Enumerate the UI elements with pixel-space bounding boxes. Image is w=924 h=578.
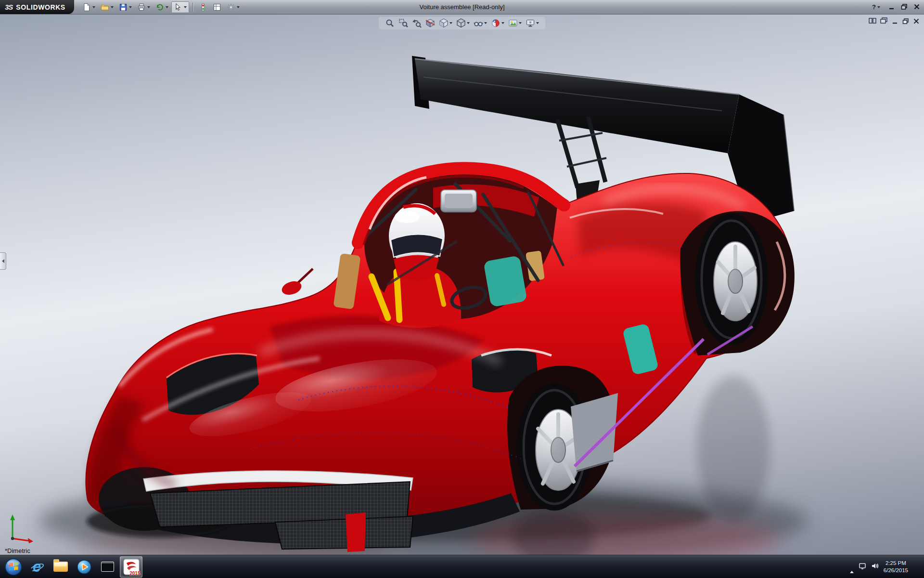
dropdown-caret-icon[interactable] [467, 22, 470, 24]
window-tile-button[interactable] [869, 17, 876, 26]
close-icon [913, 4, 920, 10]
dropdown-caret-icon[interactable] [877, 6, 880, 8]
help-glyph: ? [872, 3, 876, 11]
restore-button[interactable] [901, 3, 908, 12]
close-document-button[interactable] [913, 17, 920, 26]
edit-appearance-ball-icon [491, 18, 500, 28]
dropdown-caret-icon[interactable] [536, 22, 539, 24]
solidworks-version-badge: 2015 [129, 571, 140, 576]
view-orientation-label: *Dimetric [5, 547, 30, 554]
window-cascade-button[interactable] [880, 17, 888, 26]
volume-button[interactable] [871, 562, 879, 572]
explorer-taskbar-button[interactable] [49, 556, 72, 578]
options-button[interactable] [224, 1, 242, 13]
minimize-button[interactable] [888, 3, 895, 12]
display-style-button[interactable] [455, 18, 471, 28]
minimize-icon [888, 4, 895, 10]
dassault-logo-icon: 3S [5, 3, 13, 11]
hide-show-glasses-icon [474, 18, 483, 28]
brand-text: SOLIDWORKS [16, 3, 65, 11]
console-taskbar-button[interactable] [96, 556, 119, 578]
new-document-button[interactable] [80, 1, 98, 13]
minimize-document-icon [892, 18, 898, 24]
file-properties-button[interactable] [210, 1, 224, 13]
chevron-up-icon [850, 563, 854, 573]
headsup-toolbar [379, 17, 545, 29]
dropdown-caret-icon[interactable] [111, 6, 114, 8]
select-button[interactable] [171, 1, 189, 13]
select-cursor-icon [174, 3, 182, 12]
previous-view-button[interactable] [411, 18, 423, 28]
toolbar-separator [192, 2, 193, 12]
panel-collapse-tab[interactable] [0, 252, 6, 270]
restore-icon [901, 4, 908, 10]
speaker-icon [871, 562, 879, 570]
chevron-left-icon [2, 259, 4, 263]
solidworks-logo: 3S SOLIDWORKS [0, 0, 74, 14]
restore-document-icon [902, 18, 909, 24]
taskbar-clock[interactable]: 2:25 PM 6/26/2015 [884, 560, 908, 574]
dropdown-caret-icon[interactable] [147, 6, 150, 8]
apply-scene-icon [508, 18, 518, 28]
orientation-triad [6, 511, 39, 544]
minimize-document-button[interactable] [892, 17, 898, 26]
zoom-to-area-icon [398, 18, 408, 28]
print-icon [137, 3, 146, 12]
restore-document-button[interactable] [902, 17, 909, 26]
print-button[interactable] [135, 1, 153, 13]
undo-icon [155, 3, 164, 12]
zoom-to-fit-icon [385, 18, 395, 28]
document-window-controls [869, 17, 920, 26]
clock-date: 6/26/2015 [884, 567, 908, 574]
rear-wheel[interactable] [680, 211, 795, 355]
solidworks-window: 3S SOLIDWORKS [0, 0, 924, 578]
undo-button[interactable] [153, 1, 171, 13]
tray-expand-button[interactable] [850, 563, 854, 571]
dropdown-caret-icon[interactable] [129, 6, 132, 8]
open-folder-icon [101, 3, 109, 12]
close-document-icon [913, 18, 920, 24]
dropdown-caret-icon[interactable] [237, 6, 240, 8]
standard-toolbar [80, 1, 242, 13]
apply-scene-button[interactable] [507, 18, 523, 28]
window-tile-icon [869, 17, 876, 24]
taskbar: e 2015 [0, 555, 924, 578]
ie-taskbar-button[interactable]: e [26, 556, 48, 578]
start-button[interactable] [2, 556, 25, 578]
tray-app-button[interactable] [859, 562, 866, 572]
car-assembly-model[interactable] [0, 14, 924, 555]
dropdown-caret-icon[interactable] [166, 6, 168, 8]
dropdown-caret-icon[interactable] [184, 6, 187, 8]
file-properties-icon [213, 3, 221, 12]
view-settings-button[interactable] [524, 18, 540, 28]
display-style-icon [456, 18, 466, 28]
rebuild-button[interactable] [196, 1, 210, 13]
edit-appearance-button[interactable] [489, 18, 506, 28]
zoom-to-area-button[interactable] [397, 18, 410, 28]
view-orientation-button[interactable] [437, 18, 454, 28]
dropdown-caret-icon[interactable] [484, 22, 487, 24]
graphics-viewport[interactable]: *Dimetric [0, 14, 924, 555]
media-player-taskbar-button[interactable] [73, 556, 95, 578]
dropdown-caret-icon[interactable] [449, 22, 452, 24]
solidworks-taskbar-button[interactable]: 2015 [120, 556, 142, 578]
hide-show-items-button[interactable] [472, 18, 488, 28]
internet-explorer-icon: e [29, 558, 45, 576]
save-button[interactable] [116, 1, 134, 13]
windows-start-icon [4, 558, 23, 576]
help-button[interactable]: ? [870, 1, 883, 13]
media-player-icon [77, 559, 92, 575]
dropdown-caret-icon[interactable] [519, 22, 522, 24]
dropdown-caret-icon[interactable] [501, 22, 504, 24]
zoom-to-fit-button[interactable] [384, 18, 396, 28]
open-button[interactable] [98, 1, 116, 13]
section-view-button[interactable] [424, 18, 436, 28]
rebuild-icon [199, 3, 207, 12]
dropdown-caret-icon[interactable] [92, 6, 95, 8]
new-document-icon [82, 3, 91, 12]
titlebar: 3S SOLIDWORKS [0, 0, 924, 14]
section-view-icon [425, 18, 435, 28]
side-mirror[interactable] [280, 269, 313, 297]
close-button[interactable] [913, 3, 920, 12]
console-window-icon [101, 562, 114, 572]
